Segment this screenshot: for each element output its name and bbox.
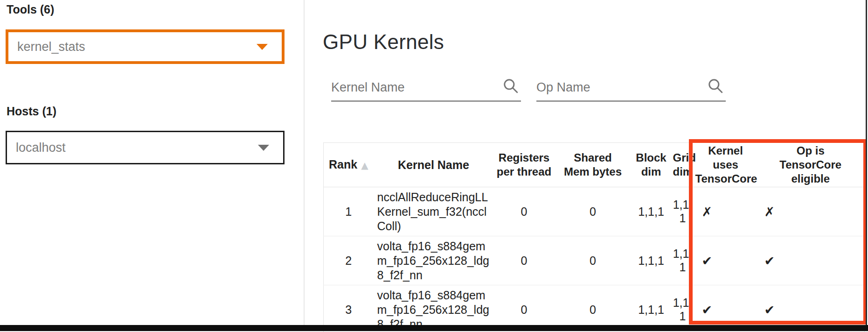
bottom-border-bar: [0, 325, 868, 331]
page-title: GPU Kernels: [323, 30, 444, 54]
table-row: 1 ncclAllReduceRingLLKernel_sum_f32(nccl…: [324, 187, 865, 236]
cell-block-dim: 1,1,1: [632, 236, 671, 285]
column-header-op-is-tensorcore-eligible[interactable]: Op is TensorCore eligible: [757, 143, 865, 187]
window-right-edge: [866, 0, 867, 325]
tools-count-label: Tools (6): [7, 3, 54, 16]
tools-dropdown[interactable]: kernel_stats: [6, 29, 285, 64]
cell-shared-mem-bytes: 0: [555, 236, 632, 285]
cell-kernel-name: volta_fp16_s884gemm_fp16_256x128_ldg8_f2…: [374, 236, 494, 285]
column-header-grid-dim[interactable]: Grid dim: [671, 143, 694, 187]
cell-rank: 2: [324, 236, 374, 285]
cell-shared-mem-bytes: 0: [555, 187, 632, 236]
column-header-rank[interactable]: Rank▲: [324, 143, 374, 187]
cell-kernel-uses-tensorcore: ✗: [694, 187, 757, 236]
triangle-down-icon: [258, 145, 269, 151]
op-name-filter[interactable]: [536, 75, 726, 102]
column-header-kernel-name[interactable]: Kernel Name: [374, 143, 494, 187]
tools-dropdown-value: kernel_stats: [17, 40, 85, 54]
hosts-count-label: Hosts (1): [7, 105, 56, 118]
sort-ascending-icon: ▲: [361, 160, 368, 171]
op-name-input[interactable]: [536, 78, 704, 97]
search-icon: [707, 78, 724, 94]
search-icon: [502, 78, 519, 94]
kernel-name-input[interactable]: [331, 78, 500, 97]
gpu-kernels-table: Rank▲ Kernel Name Registers per thread S…: [323, 142, 865, 332]
column-header-kernel-uses-tensorcore[interactable]: Kernel uses TensorCore: [694, 143, 757, 187]
column-header-rank-label: Rank: [329, 158, 357, 171]
cell-registers-per-thread: 0: [494, 187, 555, 236]
sidebar-divider: [304, 0, 305, 325]
table-row: 2 volta_fp16_s884gemm_fp16_256x128_ldg8_…: [324, 236, 865, 285]
cell-grid-dim: 1,1,1: [671, 187, 694, 236]
column-header-registers-per-thread[interactable]: Registers per thread: [494, 143, 555, 187]
cell-registers-per-thread: 0: [494, 236, 555, 285]
kernel-name-filter[interactable]: [331, 75, 521, 102]
column-header-block-dim[interactable]: Block dim: [632, 143, 671, 187]
hosts-dropdown-value: localhost: [16, 141, 66, 155]
cell-kernel-uses-tensorcore: ✔: [694, 236, 757, 285]
table-header-row: Rank▲ Kernel Name Registers per thread S…: [324, 143, 865, 187]
cell-block-dim: 1,1,1: [632, 187, 671, 236]
column-header-shared-mem-bytes[interactable]: Shared Mem bytes: [555, 143, 632, 187]
cell-grid-dim: 1,1,1: [671, 236, 694, 285]
cell-op-is-tensorcore-eligible: ✔: [757, 236, 865, 285]
cell-rank: 1: [324, 187, 374, 236]
hosts-dropdown[interactable]: localhost: [6, 131, 285, 164]
cell-op-is-tensorcore-eligible: ✗: [757, 187, 865, 236]
triangle-down-icon: [257, 44, 268, 50]
cell-kernel-name: ncclAllReduceRingLLKernel_sum_f32(ncclCo…: [374, 187, 494, 236]
